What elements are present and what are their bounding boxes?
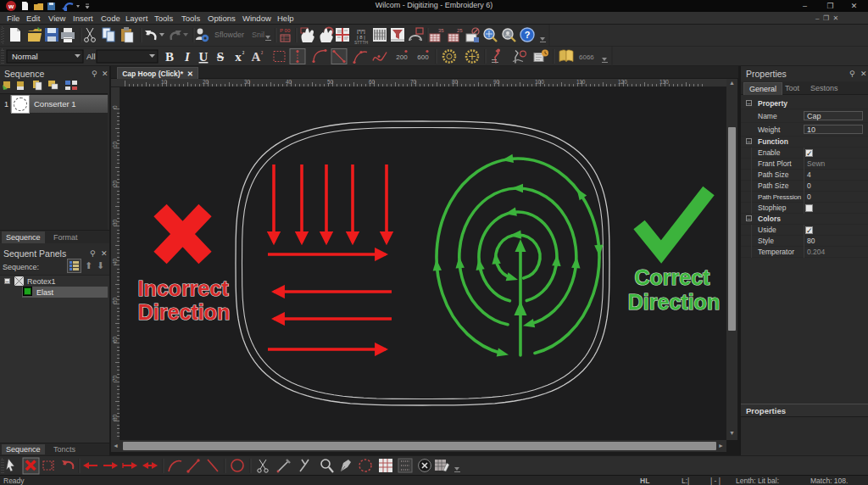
svg-text:P 00: P 00 [280, 28, 291, 33]
svg-text:Direction: Direction [138, 300, 230, 324]
svg-text:I: I [184, 50, 191, 64]
svg-text:All: All [86, 52, 96, 61]
svg-text:Incorrect: Incorrect [138, 276, 230, 300]
svg-text:?: ? [525, 30, 531, 40]
svg-text:Snil: Snil [252, 31, 264, 39]
svg-text:A: A [252, 50, 261, 64]
svg-text:x: x [235, 50, 242, 64]
svg-text:200: 200 [396, 53, 408, 61]
svg-text:STTTH: STTTH [354, 40, 368, 45]
svg-text:B: B [165, 50, 174, 64]
svg-text:Normal: Normal [12, 52, 38, 61]
svg-text:U: U [199, 50, 209, 64]
svg-text:²: ² [242, 50, 245, 58]
svg-text:[*|*]: [*|*] [357, 29, 365, 34]
svg-text:w: w [8, 3, 14, 10]
svg-text:S: S [217, 50, 224, 64]
svg-text:35: 35 [438, 28, 444, 33]
svg-text:Sflowder: Sflowder [214, 31, 244, 39]
svg-text:25: 25 [457, 28, 463, 33]
svg-text:Direction: Direction [628, 290, 720, 314]
svg-text:Correct: Correct [635, 265, 711, 289]
svg-text:²: ² [261, 50, 264, 58]
svg-text:600: 600 [417, 53, 429, 61]
svg-text:6066: 6066 [579, 53, 594, 61]
